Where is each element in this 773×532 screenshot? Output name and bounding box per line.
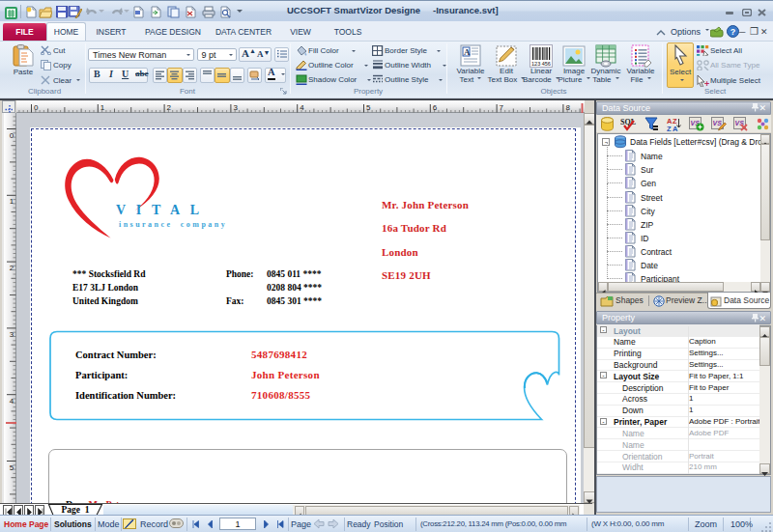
svg-text:1: 1 xyxy=(10,197,14,206)
svg-text:2: 2 xyxy=(167,103,172,112)
svg-text:Z: Z xyxy=(667,125,672,132)
svg-text:1: 1 xyxy=(100,103,105,112)
svg-text:5: 5 xyxy=(366,103,371,112)
svg-text:4: 4 xyxy=(300,103,304,112)
svg-text:3: 3 xyxy=(10,330,14,339)
svg-text:4: 4 xyxy=(10,397,14,406)
svg-text:+: + xyxy=(704,78,709,87)
svg-text:2: 2 xyxy=(10,264,14,272)
svg-text:8: 8 xyxy=(565,103,570,112)
svg-text:7: 7 xyxy=(500,103,504,112)
svg-text:0: 0 xyxy=(34,103,39,112)
svg-text:6: 6 xyxy=(433,103,438,112)
svg-text:0: 0 xyxy=(10,131,14,140)
svg-text:VS: VS xyxy=(713,120,723,126)
svg-text:123 456: 123 456 xyxy=(531,61,551,67)
svg-text:5: 5 xyxy=(10,463,14,472)
svg-text:3: 3 xyxy=(233,103,238,112)
svg-text:A: A xyxy=(464,47,471,57)
svg-text:?: ? xyxy=(730,27,736,37)
